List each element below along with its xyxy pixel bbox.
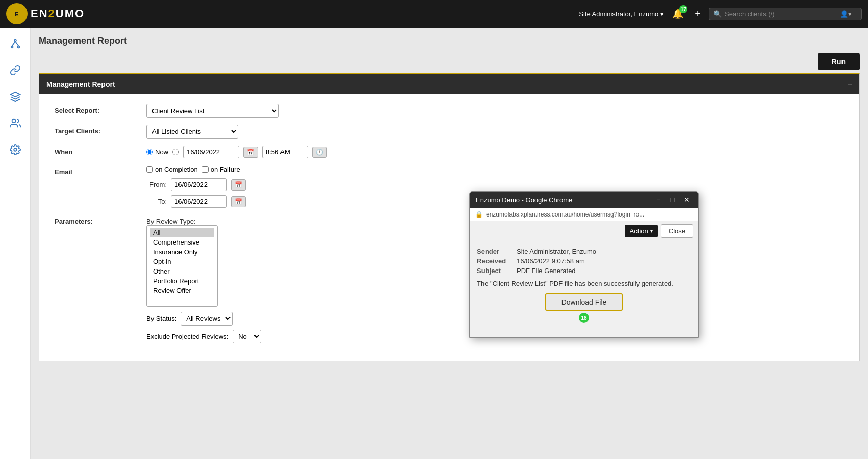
search-icon: 🔍 [713,10,722,18]
by-status-dropdown[interactable]: All Reviews Pending Completed Overdue [181,312,233,326]
svg-marker-7 [10,92,19,97]
search-bar[interactable]: 🔍 👤▾ [709,8,862,20]
popup-title-text: Enzumo Demo - Google Chrome [476,196,572,204]
later-radio[interactable] [172,149,179,155]
subject-key: Subject [477,267,513,275]
report-panel-body: Select Report: Client Review List Portfo… [39,94,859,361]
when-date-input[interactable] [183,146,239,158]
chevron-down-icon: ▾ [660,10,664,18]
sidebar-item-network[interactable] [4,33,27,55]
sidebar-item-layers[interactable] [4,86,27,108]
target-clients-label: Target Clients: [55,125,146,135]
when-label: When [55,146,146,156]
to-date-input[interactable] [171,195,227,208]
run-button[interactable]: Run [818,53,860,70]
sender-value: Site Administrator, Enzumo [517,248,596,255]
when-time-input[interactable] [262,146,308,158]
when-date-calendar-button[interactable]: 📅 [243,147,258,158]
exclude-row: Exclude Projected Reviews: No Yes [146,330,261,343]
popup-minimize-button[interactable]: − [653,196,663,204]
now-radio-group: Now [146,148,168,156]
sidebar-item-users[interactable] [4,112,27,134]
review-type-list[interactable]: All Comprehensive Insurance Only Opt-in … [146,225,218,307]
download-file-button[interactable]: Download File [545,293,623,311]
svg-point-4 [17,46,19,48]
navbar: E EN2UMO Site Administrator, Enzumo ▾ 🔔 … [0,0,868,28]
from-label: From: [146,181,167,188]
popup-window[interactable]: Enzumo Demo - Google Chrome − □ ✕ 🔒 enzu… [469,191,699,338]
exclude-projected-label: Exclude Projected Reviews: [146,333,228,340]
popup-title-bar: Enzumo Demo - Google Chrome − □ ✕ [470,192,698,208]
notification-badge: 17 [679,5,687,13]
popup-toolbar: Action ▾ Close [470,221,698,241]
main-content: Management Report Run Management Report … [31,28,868,459]
email-on-failure-label: on Failure [202,166,240,173]
parameters-row: Parameters: By Review Type: All Comprehe… [55,215,844,343]
from-row: From: 📅 [146,178,844,191]
received-value: 16/06/2022 9:07:58 am [517,257,585,265]
email-message: The "Client Review List" PDF file has be… [477,280,691,287]
email-on-completion-label: on Completion [146,166,198,173]
popup-close-button[interactable]: ✕ [682,196,692,204]
popup-title-controls: − □ ✕ [653,196,692,204]
select-report-dropdown[interactable]: Client Review List Portfolio Summary Com… [146,104,279,118]
search-input[interactable] [725,10,837,18]
status-row: By Status: All Reviews Pending Completed… [146,312,261,326]
add-button[interactable]: + [695,8,701,20]
svg-line-6 [15,41,18,46]
exclude-projected-dropdown[interactable]: No Yes [233,330,261,343]
action-button[interactable]: Action ▾ [625,225,658,237]
email-on-failure-checkbox[interactable] [202,166,209,173]
sidebar [0,28,31,459]
target-clients-row: Target Clients: All Listed Clients Selec… [55,125,844,139]
email-meta: Sender Site Administrator, Enzumo Receiv… [477,248,691,275]
from-date-input[interactable] [171,178,227,191]
svg-point-8 [12,119,15,123]
svg-text:E: E [15,11,18,17]
lock-icon: 🔒 [475,211,483,218]
received-key: Received [477,257,513,265]
by-status-label: By Status: [146,315,176,322]
badge-18: 18 [579,313,589,323]
svg-point-2 [14,40,16,42]
popup-email-body: Sender Site Administrator, Enzumo Receiv… [470,241,698,337]
email-meta-received-row: Received 16/06/2022 9:07:58 am [477,257,691,265]
when-time-clock-button[interactable]: 🕐 [312,147,327,158]
select-report-label: Select Report: [55,104,146,114]
report-panel: Management Report − Select Report: Clien… [39,73,860,361]
panel-collapse-button[interactable]: − [848,79,852,89]
user-icon: 👤▾ [840,10,852,18]
sidebar-item-link[interactable] [4,59,27,82]
nav-user[interactable]: Site Administrator, Enzumo ▾ [579,10,664,18]
page-title: Management Report [39,36,860,46]
from-date-calendar-button[interactable]: 📅 [231,179,246,191]
logo: E EN2UMO [6,3,85,24]
to-label: To: [146,198,167,205]
popup-address-bar: 🔒 enzumolabs.xplan.iress.com.au/home/use… [470,208,698,221]
sender-key: Sender [477,248,513,255]
svg-line-5 [12,41,15,46]
to-date-calendar-button[interactable]: 📅 [231,196,246,207]
email-meta-sender-row: Sender Site Administrator, Enzumo [477,248,691,255]
when-row: When Now 📅 🕐 [55,146,844,158]
logo-text: EN2UMO [31,7,85,20]
svg-point-3 [11,46,13,48]
email-label: Email [55,166,146,176]
email-row: Email on Completion on Failure [55,166,844,208]
report-panel-header: Management Report − [39,74,859,94]
select-report-row: Select Report: Client Review List Portfo… [55,104,844,118]
logo-circle: E [6,3,28,24]
sidebar-item-settings[interactable] [4,139,27,161]
parameters-label: Parameters: [55,215,146,225]
target-clients-dropdown[interactable]: All Listed Clients Selected Clients Acti… [146,125,238,139]
email-meta-subject-row: Subject PDF File Generated [477,267,691,275]
notification-bell[interactable]: 🔔 17 [672,8,683,19]
popup-close-action-button[interactable]: Close [661,224,693,238]
email-on-completion-checkbox[interactable] [146,166,153,173]
popup-maximize-button[interactable]: □ [668,196,678,204]
action-dropdown-arrow: ▾ [650,228,653,234]
svg-point-9 [14,148,17,151]
by-review-type-label: By Review Type: [146,215,261,225]
now-radio[interactable] [146,149,153,155]
popup-url: enzumolabs.xplan.iress.com.au/home/userm… [486,211,644,218]
